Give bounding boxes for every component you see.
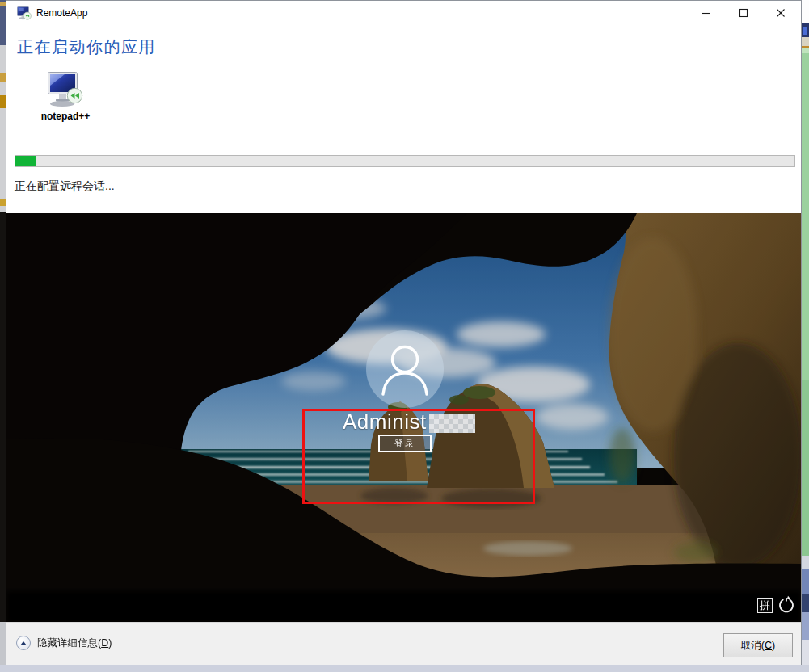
remoteapp-monitor-icon <box>17 6 32 20</box>
remoteapp-window: RemoteApp <box>6 0 802 665</box>
remoteapp-monitor-icon <box>45 70 86 107</box>
hide-details-toggle[interactable]: 隐藏详细信息(D) <box>16 636 112 650</box>
footer-bar: 隐藏详细信息(D) 取消(C) <box>6 622 801 665</box>
pinyin-ime-indicator[interactable]: 拼 <box>757 598 773 613</box>
window-controls <box>688 1 799 25</box>
power-ring-icon[interactable] <box>777 595 796 615</box>
page-title: 正在启动你的应用 <box>17 36 156 58</box>
chevron-up-circle-icon <box>16 636 31 650</box>
sign-in-button[interactable]: 登录 <box>378 435 432 452</box>
app-name-label: notepad++ <box>21 111 110 122</box>
background-window-right-sliver <box>802 0 809 672</box>
avatar <box>366 330 444 408</box>
remote-session-view[interactable]: Administ 登录 拼 <box>6 213 801 623</box>
status-text: 正在配置远程会话... <box>15 179 115 194</box>
hide-details-label: 隐藏详细信息(D) <box>37 636 112 650</box>
minimize-button[interactable] <box>688 1 725 25</box>
username: Administ <box>343 410 475 435</box>
user-silhouette-icon <box>366 330 444 408</box>
close-icon <box>776 8 786 18</box>
launching-app-block: notepad++ <box>21 70 110 122</box>
close-button[interactable] <box>762 1 799 25</box>
progress-fill <box>15 156 36 166</box>
maximize-button[interactable] <box>725 1 762 25</box>
redaction-mosaic <box>429 414 475 433</box>
screen: RemoteApp <box>0 0 809 672</box>
background-window-left-sliver <box>0 0 6 672</box>
maximize-icon <box>739 8 748 18</box>
desktop-background-bottom <box>0 665 809 672</box>
progress-bar <box>15 155 795 167</box>
chevron-up-icon <box>19 640 27 646</box>
username-visible-text: Administ <box>343 410 427 435</box>
titlebar: RemoteApp <box>6 1 801 25</box>
minimize-icon <box>702 8 711 18</box>
cancel-button[interactable]: 取消(C) <box>723 633 793 657</box>
window-title: RemoteApp <box>36 1 87 25</box>
